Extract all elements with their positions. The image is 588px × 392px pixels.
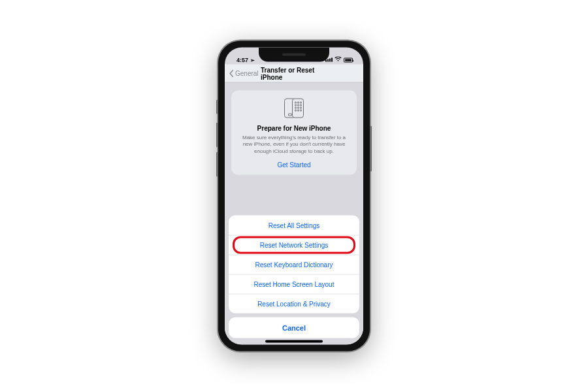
cancel-button[interactable]: Cancel <box>229 318 359 338</box>
page-title: Transfer or Reset iPhone <box>261 66 327 80</box>
back-button[interactable]: General <box>229 69 259 77</box>
wifi-icon <box>335 57 342 63</box>
prepare-body: Make sure everything's ready to transfer… <box>238 135 350 155</box>
side-button <box>370 126 372 172</box>
volume-down-button <box>216 152 218 177</box>
notch <box>259 48 329 62</box>
prepare-heading: Prepare for New iPhone <box>238 125 350 132</box>
screen: 4:57 ➢ General Transfer or Reset iPhone <box>225 48 363 345</box>
status-time: 4:57 <box>237 57 248 63</box>
action-sheet: Reset All SettingsReset Network Settings… <box>225 216 363 345</box>
mute-switch <box>216 100 218 114</box>
chevron-left-icon <box>229 69 235 77</box>
action-sheet-list: Reset All SettingsReset Network Settings… <box>229 216 359 314</box>
reset-option-0[interactable]: Reset All Settings <box>229 216 359 235</box>
iphone-frame: 4:57 ➢ General Transfer or Reset iPhone <box>218 41 370 351</box>
reset-option-1[interactable]: Reset Network Settings <box>229 235 359 255</box>
back-label: General <box>235 70 259 77</box>
location-icon: ➢ <box>250 57 255 63</box>
volume-up-button <box>216 123 218 148</box>
prepare-card: Prepare for New iPhone Make sure everyth… <box>231 91 357 175</box>
get-started-button[interactable]: Get Started <box>277 161 310 169</box>
reset-option-3[interactable]: Reset Home Screen Layout <box>229 274 359 294</box>
reset-option-4[interactable]: Reset Location & Privacy <box>229 294 359 314</box>
content-body: Prepare for New iPhone Make sure everyth… <box>225 83 363 345</box>
devices-icon <box>284 99 304 118</box>
nav-bar: General Transfer or Reset iPhone <box>225 65 363 83</box>
reset-option-2[interactable]: Reset Keyboard Dictionary <box>229 255 359 274</box>
home-indicator[interactable] <box>265 340 323 343</box>
battery-icon <box>344 57 353 62</box>
highlight-ring <box>233 237 355 254</box>
